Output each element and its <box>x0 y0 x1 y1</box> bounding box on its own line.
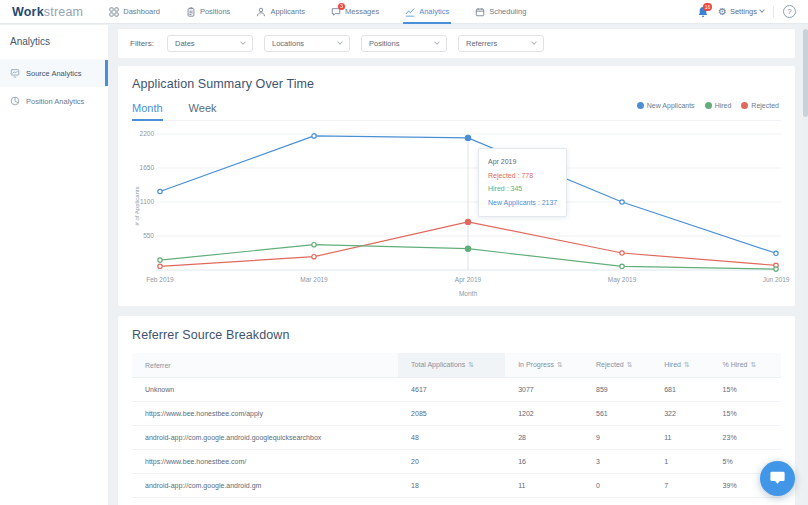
chat-icon <box>769 469 786 489</box>
svg-text:1650: 1650 <box>140 164 155 171</box>
chart-tooltip-items: Rejected : 778Hired : 345New Applicants … <box>488 169 557 210</box>
svg-text:1100: 1100 <box>140 198 154 205</box>
nav-item-applicants[interactable]: Applicants <box>256 0 305 23</box>
legend-item-rejected: Rejected <box>741 102 779 109</box>
cell-hired: 14% <box>710 498 781 505</box>
filters-label: Filters: <box>130 39 154 48</box>
logo-bold: Work <box>12 5 44 19</box>
filter-dropdown-dates[interactable]: Dates <box>167 35 253 52</box>
settings-menu-button[interactable]: ⚙ Settings <box>718 7 764 17</box>
main-content: Filters: DatesLocationsPositionsReferrer… <box>118 29 795 505</box>
cell-in-progress: 3077 <box>505 378 583 402</box>
cell-in-progress: 28 <box>505 426 583 450</box>
table-row: https://www.google.com/1484214% <box>132 498 781 505</box>
applicants-icon <box>256 7 266 17</box>
settings-label: Settings <box>730 7 757 16</box>
column-header-label: % Hired <box>723 361 748 368</box>
chevron-down-icon <box>240 39 246 45</box>
cell-hired: 7 <box>651 474 709 498</box>
filter-dropdown-label: Locations <box>272 39 304 48</box>
scheduling-icon <box>475 7 485 17</box>
top-navbar: Workstream DashboardPositionsApplicantsM… <box>0 0 808 24</box>
cell-hired: 11 <box>651 426 709 450</box>
navbar-right: 16 ⚙ Settings ? <box>697 5 796 18</box>
sidebar-item-source-analytics[interactable]: Source Analytics <box>0 59 108 87</box>
cell-in-progress: 11 <box>505 474 583 498</box>
help-button[interactable]: ? <box>783 5 796 18</box>
column-header-in-progress[interactable]: In Progress⇅ <box>505 353 583 378</box>
cell-total-applications: 20 <box>398 450 505 474</box>
applications-line-chart[interactable]: 550110016502200Feb 2019Mar 2019Apr 2019M… <box>132 126 781 300</box>
cell-referrer: android-app://com.google.android.googleq… <box>132 426 398 450</box>
chat-launcher-button[interactable] <box>760 461 795 496</box>
legend-dot <box>705 102 712 109</box>
cell-hired: 681 <box>651 378 709 402</box>
legend-label: Rejected <box>751 102 779 109</box>
filter-dropdown-positions[interactable]: Positions <box>361 35 447 52</box>
svg-text:Apr 2019: Apr 2019 <box>455 276 482 284</box>
nav-item-scheduling[interactable]: Scheduling <box>475 0 526 23</box>
filter-dropdown-label: Referrers <box>466 39 497 48</box>
filter-dropdown-locations[interactable]: Locations <box>264 35 350 52</box>
column-header-label: Hired <box>664 361 681 368</box>
column-header-referrer: Referrer <box>132 353 398 378</box>
cell-referrer: Unknown <box>132 378 398 402</box>
filter-dropdown-referrers[interactable]: Referrers <box>458 35 544 52</box>
nav-item-label: Analytics <box>419 7 449 16</box>
svg-text:Feb 2019: Feb 2019 <box>146 276 174 283</box>
cell-hired: 15% <box>710 378 781 402</box>
scrollbar-thumb[interactable] <box>803 29 808 117</box>
sidebar-item-label: Source Analytics <box>26 69 81 78</box>
legend-label: Hired <box>715 102 732 109</box>
cell-hired: 23% <box>710 426 781 450</box>
column-header-label: Rejected <box>596 361 624 368</box>
nav-item-label: Scheduling <box>489 7 526 16</box>
nav-item-messages[interactable]: Messages3 <box>331 0 379 23</box>
table-row: Unknown4617307785968115% <box>132 378 781 402</box>
cell-hired: 322 <box>651 402 709 426</box>
notifications-bell-button[interactable]: 16 <box>697 5 709 18</box>
sort-icon: ⇅ <box>468 361 474 368</box>
column-header-hired[interactable]: % Hired⇅ <box>710 353 781 378</box>
legend-dot <box>741 102 748 109</box>
column-header-rejected[interactable]: Rejected⇅ <box>583 353 651 378</box>
tooltip-title: Apr 2019 <box>488 155 557 169</box>
column-header-label: Referrer <box>145 362 171 369</box>
cell-rejected: 9 <box>583 426 651 450</box>
cell-hired: 1 <box>651 450 709 474</box>
sidebar-item-position-analytics[interactable]: Position Analytics <box>0 87 108 115</box>
tab-week[interactable]: Week <box>189 102 217 120</box>
column-header-hired[interactable]: Hired⇅ <box>651 353 709 378</box>
table-row: https://www.bee.honestbee.com/apply20851… <box>132 402 781 426</box>
chevron-down-icon <box>337 39 343 45</box>
legend-label: New Applicants <box>647 102 695 109</box>
chart-area: 550110016502200Feb 2019Mar 2019Apr 2019M… <box>132 126 781 300</box>
chevron-down-icon <box>759 7 765 13</box>
cell-total-applications: 18 <box>398 474 505 498</box>
cell-referrer: https://www.bee.honestbee.com/apply <box>132 402 398 426</box>
table-row: android-app://com.google.android.googleq… <box>132 426 781 450</box>
referrer-table-body: Unknown4617307785968115%https://www.bee.… <box>132 378 781 505</box>
nav-item-analytics[interactable]: Analytics <box>405 0 449 23</box>
svg-text:Month: Month <box>459 290 477 297</box>
tab-month[interactable]: Month <box>132 102 163 120</box>
filter-dropdown-label: Positions <box>369 39 399 48</box>
cell-rejected: 0 <box>583 474 651 498</box>
workstream-logo[interactable]: Workstream <box>12 5 83 19</box>
svg-text:May 2019: May 2019 <box>608 276 637 284</box>
cell-referrer: https://www.google.com/ <box>132 498 398 505</box>
cell-in-progress: 1202 <box>505 402 583 426</box>
legend-item-hired: Hired <box>705 102 732 109</box>
svg-text:# of Applicants: # of Applicants <box>134 186 140 225</box>
cell-in-progress: 8 <box>505 498 583 505</box>
chart-card-title: Application Summary Over Time <box>132 77 781 91</box>
table-row: https://www.bee.honestbee.com/2016315% <box>132 450 781 474</box>
nav-item-positions[interactable]: Positions <box>186 0 230 23</box>
sidebar-title: Analytics <box>0 25 108 59</box>
nav-item-dashboard[interactable]: Dashboard <box>109 0 160 23</box>
column-header-total-applications[interactable]: Total Applications⇅ <box>398 353 505 378</box>
svg-text:Jun 2019: Jun 2019 <box>763 276 790 283</box>
page-scrollbar[interactable] <box>803 25 808 505</box>
legend-item-new-applicants: New Applicants <box>637 102 695 109</box>
chart-legend: New ApplicantsHiredRejected <box>637 102 779 109</box>
